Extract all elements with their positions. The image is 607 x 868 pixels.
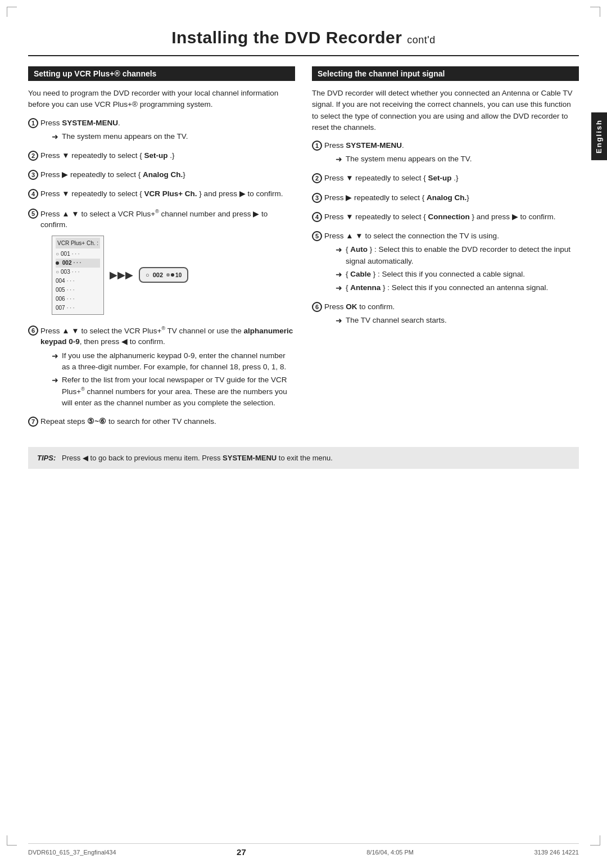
left-step-7-content: Repeat steps ⑤~⑥ to search for other TV …	[40, 416, 295, 430]
language-side-tab: English	[591, 112, 607, 160]
content-area: Setting up VCR Plus+® channels You need …	[28, 56, 579, 436]
left-step-6-content: Press ▲ ▼ to select the VCR Plus+® TV ch…	[40, 325, 295, 411]
vcr-row-001: ○ 001 · · ·	[56, 250, 100, 259]
tips-label: TIPS:	[37, 454, 56, 462]
page-wrapper: English Installing the DVD Recorder cont…	[0, 0, 607, 868]
step-circle-5: 5	[28, 209, 38, 219]
step-circle-4: 4	[28, 189, 38, 199]
corner-bl	[7, 835, 17, 846]
corner-tr	[590, 7, 600, 17]
step-circle-2: 2	[28, 151, 38, 161]
right-step-circle-5: 5	[312, 231, 322, 241]
right-step-5-arrow2: ➜ { Cable } : Select this if you connect…	[324, 269, 579, 281]
right-step-1-content: Press SYSTEM-MENU. ➜ The system menu app…	[324, 140, 579, 167]
vcr-row-007: 007 · · ·	[56, 304, 100, 313]
right-step-circle-3: 3	[312, 193, 322, 203]
vcr-screen: VCR Plus+ Ch. : ○ 001 · · · 002 · · · ○ …	[52, 236, 104, 315]
left-step-3-content: Press ▶ repeatedly to select { Analog Ch…	[40, 169, 295, 183]
tips-bar: TIPS: Press ◀ to go back to previous men…	[28, 447, 579, 469]
left-step-1: 1 Press SYSTEM-MENU. ➜ The system menu a…	[28, 117, 295, 144]
right-step-circle-1: 1	[312, 141, 322, 151]
step-circle-6: 6	[28, 326, 38, 336]
left-step-5: 5 Press ▲ ▼ to select a VCR Plus+® chann…	[28, 208, 295, 319]
right-column: Selecting the channel input signal The D…	[312, 66, 579, 436]
right-step-3-content: Press ▶ repeatedly to select { Analog Ch…	[324, 192, 579, 206]
right-step-circle-4: 4	[312, 212, 322, 222]
page-title: Installing the DVD Recorder cont'd	[28, 28, 579, 47]
left-step-1-content: Press SYSTEM-MENU. ➜ The system menu app…	[40, 117, 295, 144]
right-section-header: Selecting the channel input signal	[312, 66, 579, 81]
left-step-3: 3 Press ▶ repeatedly to select { Analog …	[28, 169, 295, 183]
left-step-6-arrow2: ➜ Refer to the list from your local news…	[40, 374, 295, 409]
left-step-6: 6 Press ▲ ▼ to select the VCR Plus+® TV …	[28, 325, 295, 411]
right-step-circle-6: 6	[312, 302, 322, 312]
vcr-menu-image: VCR Plus+ Ch. : ○ 001 · · · 002 · · · ○ …	[52, 236, 295, 315]
left-step-4-content: Press ▼ repeatedly to select { VCR Plus+…	[40, 188, 295, 202]
right-step-5-arrow1: ➜ { Auto } : Select this to enable the D…	[324, 244, 579, 267]
vcr-row-005: 005 · · ·	[56, 286, 100, 295]
left-step-6-arrow1: ➜ If you use the alphanumeric keypad 0-9…	[40, 350, 295, 373]
right-step-1-arrow: ➜ The system menu appears on the TV.	[324, 153, 579, 165]
vcr-row-006: 006 · · ·	[56, 295, 100, 304]
vcr-arrow-right: ▶▶▶	[110, 268, 133, 283]
footer-left: DVDR610_615_37_Engfinal434	[28, 849, 116, 856]
vcr-display-box: ○ 002 10	[139, 267, 188, 283]
right-step-5-content: Press ▲ ▼ to select the connection the T…	[324, 230, 579, 296]
right-step-circle-2: 2	[312, 173, 322, 183]
right-step-4-content: Press ▼ repeatedly to select { Connectio…	[324, 211, 579, 225]
vcr-indicator: 10	[166, 271, 182, 279]
vcr-row-004: 004 · · ·	[56, 277, 100, 286]
vcr-screen-header: VCR Plus+ Ch. :	[56, 238, 100, 248]
corner-tl	[7, 7, 17, 17]
right-step-6-arrow: ➜ The TV channel search starts.	[324, 315, 579, 327]
footer-page-number: 27	[237, 847, 246, 857]
right-step-1: 1 Press SYSTEM-MENU. ➜ The system menu a…	[312, 140, 579, 167]
left-column: Setting up VCR Plus+® channels You need …	[28, 66, 295, 436]
left-step-7: 7 Repeat steps ⑤~⑥ to search for other T…	[28, 416, 295, 430]
vcr-row-002-selected: 002 · · ·	[56, 259, 100, 268]
footer-right: 3139 246 14221	[534, 849, 579, 856]
corner-br	[590, 835, 600, 846]
right-step-5-arrow3: ➜ { Antenna } : Select this if you conne…	[324, 282, 579, 294]
step-circle-3: 3	[28, 170, 38, 180]
left-step-4: 4 Press ▼ repeatedly to select { VCR Plu…	[28, 188, 295, 202]
right-step-5: 5 Press ▲ ▼ to select the connection the…	[312, 230, 579, 296]
left-step-2: 2 Press ▼ repeatedly to select { Set-up …	[28, 150, 295, 164]
right-intro: The DVD recorder will detect whether you…	[312, 88, 579, 133]
left-intro: You need to program the DVD recorder wit…	[28, 88, 295, 111]
right-step-6: 6 Press OK to confirm. ➜ The TV channel …	[312, 301, 579, 328]
right-step-2: 2 Press ▼ repeatedly to select { Set-up …	[312, 173, 579, 186]
step-circle-1: 1	[28, 118, 38, 128]
step-circle-7: 7	[28, 417, 38, 427]
left-section-header: Setting up VCR Plus+® channels	[28, 66, 295, 81]
right-step-3: 3 Press ▶ repeatedly to select { Analog …	[312, 192, 579, 206]
page-footer: DVDR610_615_37_Engfinal434 27 8/16/04, 4…	[28, 843, 579, 857]
footer-date: 8/16/04, 4:05 PM	[366, 849, 414, 856]
right-step-4: 4 Press ▼ repeatedly to select { Connect…	[312, 211, 579, 225]
left-step-2-content: Press ▼ repeatedly to select { Set-up .}	[40, 150, 295, 164]
left-step-5-content: Press ▲ ▼ to select a VCR Plus+® channel…	[40, 208, 295, 319]
page-title-bar: Installing the DVD Recorder cont'd	[28, 17, 579, 56]
left-step-1-arrow: ➜ The system menu appears on the TV.	[40, 131, 295, 143]
left-steps-list: 1 Press SYSTEM-MENU. ➜ The system menu a…	[28, 117, 295, 430]
right-steps-list: 1 Press SYSTEM-MENU. ➜ The system menu a…	[312, 140, 579, 328]
vcr-row-003: ○ 003 · · ·	[56, 268, 100, 277]
right-step-2-content: Press ▼ repeatedly to select { Set-up .}	[324, 173, 579, 186]
right-step-6-content: Press OK to confirm. ➜ The TV channel se…	[324, 301, 579, 328]
